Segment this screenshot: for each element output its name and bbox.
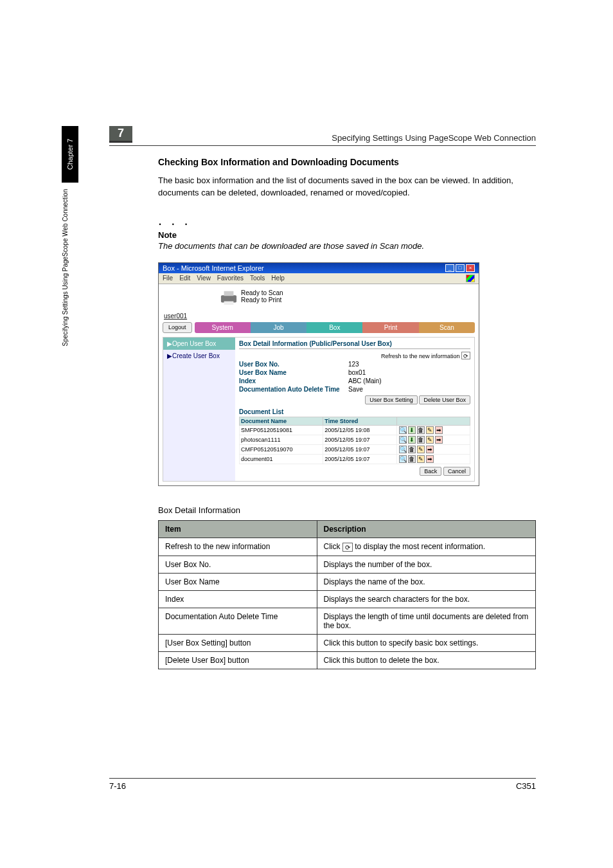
svg-rect-1 bbox=[224, 291, 234, 295]
view-icon[interactable]: 🔍 bbox=[399, 436, 407, 444]
table-row: document012005/12/05 19:07🔍🗑✎➡ bbox=[240, 454, 470, 464]
chapter-number-badge: 7 bbox=[109, 126, 132, 143]
view-icon[interactable]: 🔍 bbox=[399, 455, 407, 463]
logout-button[interactable]: Logout bbox=[163, 322, 192, 333]
logged-in-user[interactable]: user001 bbox=[164, 312, 479, 320]
label-index: Index bbox=[239, 377, 348, 384]
panel: ▶Open User Box ▶Create User Box Box Deta… bbox=[163, 337, 475, 482]
table-row: Refresh to the new information Click ⟳ t… bbox=[159, 538, 536, 556]
table-row: CMFP051205190702005/12/05 19:07🔍🗑✎➡ bbox=[240, 444, 470, 454]
document-list-title: Document List bbox=[239, 408, 470, 415]
menu-view[interactable]: View bbox=[197, 275, 211, 282]
refresh-icon: ⟳ bbox=[342, 543, 353, 552]
side-running-title: Specifying Settings Using PageScope Web … bbox=[62, 183, 69, 352]
value-index: ABC (Main) bbox=[348, 377, 470, 384]
tab-scan[interactable]: Scan bbox=[419, 322, 475, 333]
move-icon[interactable]: ➡ bbox=[426, 446, 434, 453]
table-row: [Delete User Box] buttonClick this butto… bbox=[159, 651, 536, 669]
user-box-setting-button[interactable]: User Box Setting bbox=[365, 395, 418, 404]
delete-icon[interactable]: 🗑 bbox=[417, 436, 425, 444]
download-icon[interactable]: ⬇ bbox=[408, 436, 416, 444]
detail-heading: Box Detail Information (Public/Personal … bbox=[239, 340, 470, 349]
view-icon[interactable]: 🔍 bbox=[399, 446, 407, 453]
menu-file[interactable]: File bbox=[163, 275, 173, 282]
model-number: C351 bbox=[516, 781, 536, 791]
running-title: Specifying Settings Using PageScope Web … bbox=[332, 133, 536, 143]
refresh-icon[interactable]: ⟳ bbox=[461, 352, 470, 359]
rename-icon[interactable]: ✎ bbox=[426, 436, 434, 444]
screenshot-window: Box - Microsoft Internet Explorer _ □ × … bbox=[158, 262, 479, 486]
rename-icon[interactable]: ✎ bbox=[417, 455, 425, 463]
delete-icon[interactable]: 🗑 bbox=[417, 426, 425, 434]
cell-desc: Click ⟳ to display the most recent infor… bbox=[317, 538, 535, 556]
col-document-name: Document Name bbox=[240, 417, 323, 425]
cell-item: User Box No. bbox=[159, 556, 317, 573]
move-icon[interactable]: ➡ bbox=[435, 426, 443, 434]
ie-logo-icon bbox=[466, 275, 475, 282]
cell-desc: Displays the name of the box. bbox=[317, 573, 535, 590]
close-icon[interactable]: × bbox=[466, 264, 475, 272]
menu-help[interactable]: Help bbox=[271, 275, 285, 282]
screenshot-body: Ready to Scan Ready to Print user001 Log… bbox=[159, 284, 479, 482]
menubar: File Edit View Favorites Tools Help bbox=[159, 273, 479, 284]
menu-favorites[interactable]: Favorites bbox=[217, 275, 244, 282]
maximize-icon[interactable]: □ bbox=[456, 264, 465, 272]
delete-user-box-button[interactable]: Delete User Box bbox=[419, 395, 470, 404]
delete-icon[interactable]: 🗑 bbox=[408, 455, 416, 463]
note-block: . . . Note The documents that can be dow… bbox=[158, 212, 536, 251]
chapter-label: Chapter 7 bbox=[62, 126, 78, 183]
value-auto-delete: Save bbox=[348, 386, 470, 393]
label-user-box-no: User Box No. bbox=[239, 361, 348, 368]
value-user-box-no: 123 bbox=[348, 361, 470, 368]
window-titlebar: Box - Microsoft Internet Explorer _ □ × bbox=[159, 263, 479, 273]
tab-box[interactable]: Box bbox=[306, 322, 362, 333]
svg-rect-2 bbox=[224, 301, 234, 305]
rename-icon[interactable]: ✎ bbox=[417, 446, 425, 453]
cell-desc: Displays the number of the box. bbox=[317, 556, 535, 573]
status-scan: Ready to Scan bbox=[241, 289, 283, 296]
delete-icon[interactable]: 🗑 bbox=[408, 446, 416, 453]
page-header: 7 Specifying Settings Using PageScope We… bbox=[109, 126, 536, 146]
minimize-icon[interactable]: _ bbox=[445, 264, 454, 272]
table-row: [User Box Setting] buttonClick this butt… bbox=[159, 634, 536, 651]
label-auto-delete: Documentation Auto Delete Time bbox=[239, 386, 348, 393]
cell-item: [User Box Setting] button bbox=[159, 634, 317, 651]
download-icon[interactable]: ⬇ bbox=[408, 426, 416, 434]
table-row: IndexDisplays the search characters for … bbox=[159, 590, 536, 608]
tab-system[interactable]: System bbox=[195, 322, 251, 333]
detail-panel: Box Detail Information (Public/Personal … bbox=[235, 338, 474, 481]
nav-open-user-box[interactable]: ▶Open User Box bbox=[163, 338, 235, 350]
cell-desc: Displays the search characters for the b… bbox=[317, 590, 535, 608]
table-row: User Box No.Displays the number of the b… bbox=[159, 556, 536, 573]
tab-job[interactable]: Job bbox=[251, 322, 306, 333]
page-number: 7-16 bbox=[109, 781, 126, 791]
value-user-box-name: box01 bbox=[348, 369, 470, 376]
back-button[interactable]: Back bbox=[420, 467, 441, 476]
label-user-box-name: User Box Name bbox=[239, 369, 348, 376]
cell-item: User Box Name bbox=[159, 573, 317, 590]
content-column: Checking Box Information and Downloading… bbox=[158, 157, 536, 669]
cancel-button[interactable]: Cancel bbox=[443, 467, 470, 476]
menu-tools[interactable]: Tools bbox=[250, 275, 265, 282]
move-icon[interactable]: ➡ bbox=[426, 455, 434, 463]
col-actions bbox=[396, 417, 470, 425]
tab-print[interactable]: Print bbox=[362, 322, 418, 333]
cell-item: Documentation Auto Delete Time bbox=[159, 608, 317, 634]
rename-icon[interactable]: ✎ bbox=[426, 426, 434, 434]
section-body: The basic box information and the list o… bbox=[158, 175, 536, 199]
window-title: Box - Microsoft Internet Explorer bbox=[163, 264, 264, 272]
view-icon[interactable]: 🔍 bbox=[399, 426, 407, 434]
side-nav: ▶Open User Box ▶Create User Box bbox=[163, 338, 235, 481]
table-row: Documentation Auto Delete TimeDisplays t… bbox=[159, 608, 536, 634]
status-area: Ready to Scan Ready to Print bbox=[159, 284, 479, 310]
document-list-table: Document Name Time Stored SMFP0512051908… bbox=[239, 417, 470, 464]
nav-create-user-box[interactable]: ▶Create User Box bbox=[163, 350, 235, 362]
table-row: SMFP051205190812005/12/05 19:08🔍⬇🗑✎➡ bbox=[240, 425, 470, 435]
note-heading: Note bbox=[158, 230, 536, 240]
move-icon[interactable]: ➡ bbox=[435, 436, 443, 444]
th-item: Item bbox=[159, 520, 317, 538]
menu-edit[interactable]: Edit bbox=[179, 275, 190, 282]
printer-icon bbox=[219, 289, 238, 306]
table-row: photoscan11112005/12/05 19:07🔍⬇🗑✎➡ bbox=[240, 435, 470, 444]
cell-item: Refresh to the new information bbox=[159, 538, 317, 556]
